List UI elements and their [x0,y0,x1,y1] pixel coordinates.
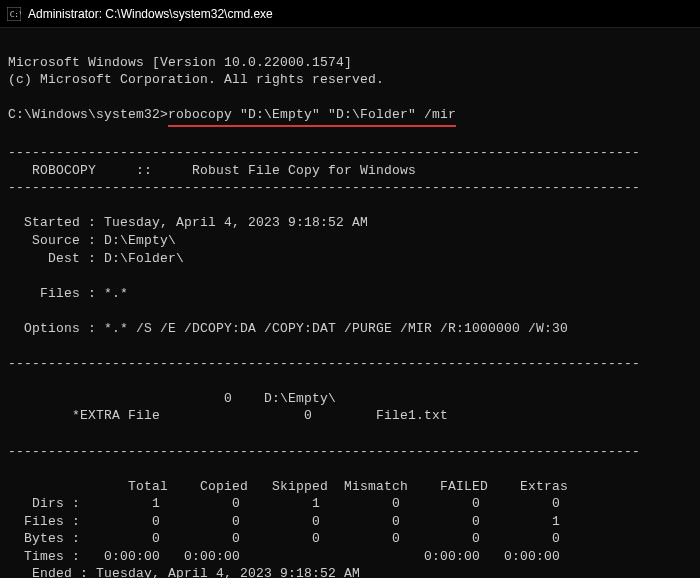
ended-label: Ended : [8,566,88,578]
summary-bytes: Bytes : 0 0 0 0 0 0 [8,531,560,546]
dest-label: Dest : [8,251,96,266]
started-label: Started : [8,215,96,230]
os-version-line: Microsoft Windows [Version 10.0.22000.15… [8,55,352,70]
listing-row: 0 D:\Empty\ [8,391,336,406]
files-label: Files : [8,286,96,301]
window-titlebar: C:\ Administrator: C:\Windows\system32\c… [0,0,700,28]
started-value: Tuesday, April 4, 2023 9:18:52 AM [96,215,368,230]
entered-command: robocopy "D:\Empty" "D:\Folder" /mir [168,106,456,127]
cmd-icon: C:\ [6,6,22,22]
terminal-output[interactable]: Microsoft Windows [Version 10.0.22000.15… [0,28,700,578]
summary-header: Total Copied Skipped Mismatch FAILED Ext… [8,479,568,494]
options-value: *.* /S /E /DCOPY:DA /COPY:DAT /PURGE /MI… [96,321,568,336]
listing-row: *EXTRA File 0 File1.txt [8,408,448,423]
divider: ----------------------------------------… [8,145,640,160]
divider: ----------------------------------------… [8,180,640,195]
dest-value: D:\Folder\ [96,251,184,266]
divider: ----------------------------------------… [8,356,640,371]
summary-times: Times : 0:00:00 0:00:00 0:00:00 0:00:00 [8,549,560,564]
source-label: Source : [8,233,96,248]
prompt-path: C:\Windows\system32> [8,107,168,122]
options-label: Options : [8,321,96,336]
window-title: Administrator: C:\Windows\system32\cmd.e… [28,7,273,21]
svg-text:C:\: C:\ [10,9,21,18]
copyright-line: (c) Microsoft Corporation. All rights re… [8,72,384,87]
divider: ----------------------------------------… [8,444,640,459]
summary-files: Files : 0 0 0 0 0 1 [8,514,560,529]
files-value: *.* [96,286,128,301]
robocopy-banner: ROBOCOPY :: Robust File Copy for Windows [8,163,656,178]
ended-value: Tuesday, April 4, 2023 9:18:52 AM [88,566,360,578]
source-value: D:\Empty\ [96,233,176,248]
summary-dirs: Dirs : 1 0 1 0 0 0 [8,496,560,511]
